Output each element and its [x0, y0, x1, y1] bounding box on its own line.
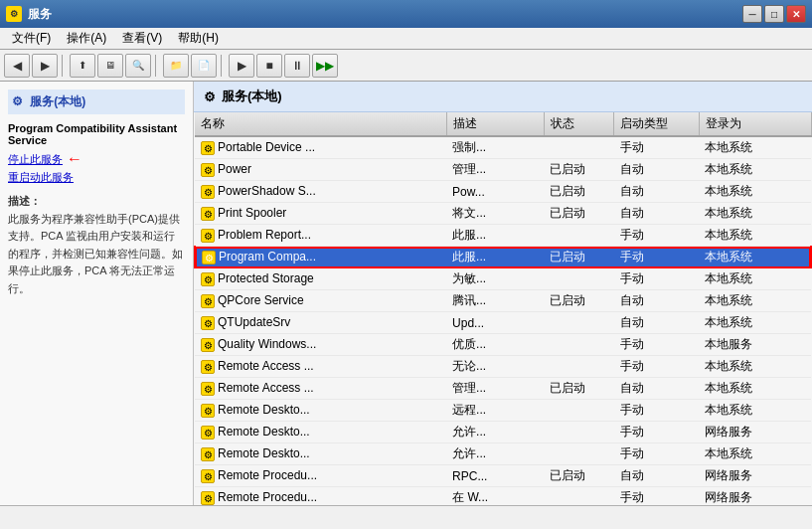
stop-service-link[interactable]: 停止此服务	[8, 152, 63, 167]
service-desc-cell: 腾讯...	[446, 290, 544, 312]
service-startup-cell: 自动	[614, 159, 700, 181]
menu-view[interactable]: 查看(V)	[114, 28, 170, 49]
menu-file[interactable]: 文件(F)	[4, 28, 59, 49]
service-name-cell: ⚙Problem Report...	[195, 225, 446, 247]
service-login-cell: 本地系统	[699, 203, 811, 225]
table-row[interactable]: ⚙QPCore Service腾讯...已启动自动本地系统	[195, 290, 811, 312]
service-status-cell	[544, 422, 613, 443]
service-status-cell: 已启动	[544, 181, 613, 203]
services-table[interactable]: 名称 描述 状态 启动类型 登录为 ⚙Portable Device ...强制…	[194, 112, 812, 505]
service-desc-cell: RPC...	[446, 465, 544, 487]
service-startup-cell: 手动	[614, 268, 700, 290]
service-desc-cell: 为敏...	[446, 268, 544, 290]
service-desc-cell: 无论...	[446, 356, 544, 378]
service-status-cell	[544, 443, 613, 465]
folder-button[interactable]: 📁	[163, 54, 189, 78]
title-bar: ⚙ 服务 ─ □ ✕	[0, 0, 812, 28]
col-name[interactable]: 名称	[195, 112, 446, 136]
table-row[interactable]: ⚙Print Spooler将文...已启动自动本地系统	[195, 203, 811, 225]
service-status-cell	[544, 268, 613, 290]
service-icon: ⚙	[201, 404, 215, 418]
main-container: ⚙ 服务(本地) Program Compatibility Assistant…	[0, 82, 812, 505]
service-startup-cell: 自动	[614, 465, 700, 487]
table-row[interactable]: ⚙Portable Device ...强制...手动本地系统	[195, 136, 811, 159]
service-desc-cell: 管理...	[446, 159, 544, 181]
pause-button[interactable]: ⏸	[284, 54, 310, 78]
col-startup[interactable]: 启动类型	[614, 112, 700, 136]
service-name-cell: ⚙Remote Procedu...	[195, 465, 446, 487]
window-title: 服务	[28, 6, 742, 23]
table-header-row: 名称 描述 状态 启动类型 登录为	[195, 112, 811, 136]
col-login[interactable]: 登录为	[699, 112, 811, 136]
properties-button[interactable]: 📄	[191, 54, 217, 78]
service-icon: ⚙	[201, 272, 215, 286]
table-row[interactable]: ⚙Remote Deskto...允许...手动本地系统	[195, 443, 811, 465]
service-desc-cell: 管理...	[446, 378, 544, 400]
service-desc-cell: Upd...	[446, 312, 544, 334]
service-startup-cell: 自动	[614, 203, 700, 225]
table-row[interactable]: ⚙Problem Report...此服...手动本地系统	[195, 225, 811, 247]
play-button[interactable]: ▶	[229, 54, 254, 78]
table-row[interactable]: ⚙Remote Procedu...RPC...已启动自动网络服务	[195, 465, 811, 487]
service-status-cell	[544, 487, 613, 506]
service-status-cell	[544, 334, 613, 356]
service-desc-cell: 允许...	[446, 443, 544, 465]
close-button[interactable]: ✕	[786, 5, 806, 23]
service-status-cell: 已启动	[544, 465, 613, 487]
table-row[interactable]: ⚙Protected Storage为敏...手动本地系统	[195, 268, 811, 290]
forward-button[interactable]: ▶	[32, 54, 58, 78]
stop-button[interactable]: ■	[256, 54, 282, 78]
menu-bar: 文件(F) 操作(A) 查看(V) 帮助(H)	[0, 28, 812, 50]
service-startup-cell: 手动	[614, 247, 700, 268]
minimize-button[interactable]: ─	[742, 5, 762, 23]
table-row[interactable]: ⚙Quality Windows...优质...手动本地服务	[195, 334, 811, 356]
up-button[interactable]: ⬆	[70, 54, 95, 78]
show-tree-button[interactable]: 🖥	[97, 54, 123, 78]
service-name-cell: ⚙Remote Procedu...	[195, 487, 446, 506]
col-status[interactable]: 状态	[544, 112, 613, 136]
service-login-cell: 本地系统	[699, 400, 811, 422]
right-panel-title: 服务(本地)	[222, 88, 282, 105]
service-login-cell: 本地服务	[699, 334, 811, 356]
service-status-cell: 已启动	[544, 290, 613, 312]
table-row[interactable]: ⚙Remote Access ...管理...已启动自动本地系统	[195, 378, 811, 400]
service-desc-cell: 此服...	[446, 225, 544, 247]
table-row[interactable]: ⚙QTUpdateSrvUpd...自动本地系统	[195, 312, 811, 334]
service-status-cell	[544, 225, 613, 247]
table-row[interactable]: ⚙PowerShadow S...Pow...已启动自动本地系统	[195, 181, 811, 203]
col-desc[interactable]: 描述	[446, 112, 544, 136]
restart-service-link[interactable]: 重启动此服务	[8, 170, 185, 185]
service-startup-cell: 手动	[614, 422, 700, 443]
table-row[interactable]: ⚙Remote Deskto...允许...手动网络服务	[195, 422, 811, 443]
app-icon: ⚙	[6, 6, 22, 22]
service-startup-cell: 自动	[614, 378, 700, 400]
arrow-icon: ←	[67, 150, 82, 168]
service-startup-cell: 手动	[614, 356, 700, 378]
menu-action[interactable]: 操作(A)	[59, 28, 114, 49]
back-button[interactable]: ◀	[4, 54, 30, 78]
service-icon: ⚙	[201, 316, 215, 330]
service-name-cell: ⚙Remote Deskto...	[195, 443, 446, 465]
service-status-cell: 已启动	[544, 247, 613, 268]
service-icon: ⚙	[201, 382, 215, 396]
service-login-cell: 网络服务	[699, 487, 811, 506]
restart-button[interactable]: ▶▶	[312, 54, 338, 78]
description-text: 此服务为程序兼容性助手(PCA)提供支持。PCA 监视由用户安装和运行的程序，并…	[8, 213, 183, 294]
table-row[interactable]: ⚙Power管理...已启动自动本地系统	[195, 159, 811, 181]
maximize-button[interactable]: □	[764, 5, 784, 23]
service-icon: ⚙	[201, 469, 215, 483]
service-login-cell: 本地系统	[699, 443, 811, 465]
service-icon: ⚙	[201, 447, 215, 461]
service-desc-cell: 强制...	[446, 136, 544, 159]
service-status-cell	[544, 136, 613, 159]
search-button[interactable]: 🔍	[125, 54, 151, 78]
table-row[interactable]: ⚙Remote Procedu...在 W...手动网络服务	[195, 487, 811, 506]
menu-help[interactable]: 帮助(H)	[170, 28, 227, 49]
right-panel: ⚙ 服务(本地) 名称 描述 状态 启动类型 登录为 ⚙Portable Dev…	[194, 82, 812, 505]
service-icon: ⚙	[201, 141, 215, 155]
table-row[interactable]: ⚙Remote Access ...无论...手动本地系统	[195, 356, 811, 378]
table-row[interactable]: ⚙Program Compa...此服...已启动手动本地系统	[195, 247, 811, 268]
service-startup-cell: 手动	[614, 487, 700, 506]
service-description: 描述： 此服务为程序兼容性助手(PCA)提供支持。PCA 监视由用户安装和运行的…	[8, 193, 185, 298]
table-row[interactable]: ⚙Remote Deskto...远程...手动本地系统	[195, 400, 811, 422]
